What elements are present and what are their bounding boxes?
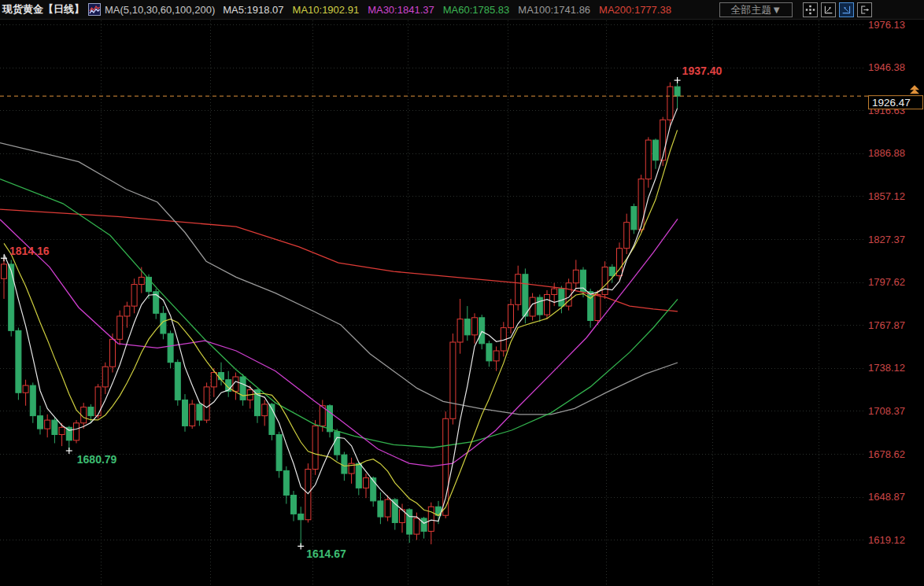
svg-text:1857.12: 1857.12 xyxy=(868,190,905,202)
extreme-price-label: 1614.67 xyxy=(306,547,346,560)
svg-text:1619.12: 1619.12 xyxy=(868,534,905,546)
svg-text:1738.12: 1738.12 xyxy=(868,362,905,374)
move-icon[interactable] xyxy=(803,2,818,17)
svg-text:1648.87: 1648.87 xyxy=(868,491,905,503)
ma30-line xyxy=(0,219,678,466)
svg-text:1827.37: 1827.37 xyxy=(868,234,905,245)
ma-value: MA100:1741.86 xyxy=(518,4,590,16)
svg-text:1946.38: 1946.38 xyxy=(868,61,905,73)
chart-canvas[interactable]: 1814.161680.791614.671937.401976.131946.… xyxy=(0,20,924,586)
extreme-price-label: 1937.40 xyxy=(682,64,723,77)
theme-dropdown-button[interactable]: 全部主题▼ xyxy=(719,2,793,17)
trading-app: 现货黄金【日线】 MA(5,10,30,60,100,200) MA5:1918… xyxy=(0,0,924,586)
extreme-price-label: 1680.79 xyxy=(77,453,117,466)
current-price-value: 1926.47 xyxy=(872,97,911,109)
svg-text:1767.87: 1767.87 xyxy=(868,319,905,331)
svg-text:1678.62: 1678.62 xyxy=(868,448,905,460)
ma-value: MA5:1918.07 xyxy=(223,4,283,16)
ma-value: MA30:1841.37 xyxy=(368,4,434,16)
ma-values: MA5:1918.07MA10:1902.91MA30:1841.37MA60:… xyxy=(223,4,680,16)
toolbar: 现货黄金【日线】 MA(5,10,30,60,100,200) MA5:1918… xyxy=(0,0,924,20)
current-price-group: 1926.47 xyxy=(0,85,923,109)
ma-header: MA(5,10,30,60,100,200) xyxy=(105,4,215,16)
toolbar-icon-group xyxy=(800,2,872,17)
hide-panel-icon[interactable] xyxy=(857,2,872,17)
chart-type-icon[interactable] xyxy=(88,3,101,16)
axis-scale-left-icon[interactable] xyxy=(821,2,836,17)
gridlines xyxy=(0,20,866,586)
svg-text:1886.88: 1886.88 xyxy=(868,147,905,159)
extreme-price-label: 1814.16 xyxy=(9,245,50,257)
axis-scale-right-icon[interactable] xyxy=(839,2,854,17)
svg-text:1976.13: 1976.13 xyxy=(868,20,905,31)
candles xyxy=(2,80,681,546)
ma-value: MA200:1777.38 xyxy=(599,4,671,16)
ma-value: MA10:1902.91 xyxy=(293,4,360,16)
svg-text:1797.62: 1797.62 xyxy=(868,276,905,288)
symbol-title: 现货黄金【日线】 xyxy=(2,2,84,17)
ma-value: MA60:1785.83 xyxy=(443,4,510,16)
svg-text:1708.37: 1708.37 xyxy=(868,405,905,417)
